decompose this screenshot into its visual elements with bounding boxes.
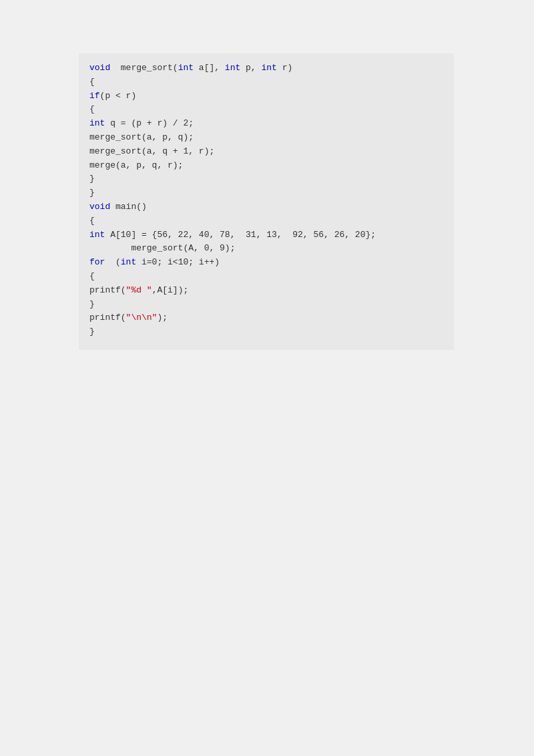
code-line: }: [89, 298, 443, 312]
code-line: void merge_sort(int a[], int p, int r): [89, 61, 443, 75]
code-line: }: [89, 172, 443, 186]
code-line: int q = (p + r) / 2;: [89, 117, 443, 131]
code-lines: void merge_sort(int a[], int p, int r){i…: [89, 61, 443, 339]
code-line: {: [89, 214, 443, 228]
code-line: for (int i=0; i<10; i++): [89, 256, 443, 270]
code-line: {: [89, 103, 443, 117]
code-line: merge_sort(a, q + 1, r);: [89, 145, 443, 159]
code-line: }: [89, 325, 443, 339]
code-block: void merge_sort(int a[], int p, int r){i…: [79, 53, 454, 350]
code-line: }: [89, 186, 443, 200]
code-line: merge_sort(A, 0, 9);: [89, 242, 443, 256]
code-line: int A[10] = {56, 22, 40, 78, 31, 13, 92,…: [89, 228, 443, 242]
code-line: merge_sort(a, p, q);: [89, 131, 443, 145]
code-line: {: [89, 270, 443, 284]
code-line: printf("%d ",A[i]);: [89, 284, 443, 298]
code-line: merge(a, p, q, r);: [89, 159, 443, 173]
code-line: void main(): [89, 200, 443, 214]
code-line: printf("\n\n");: [89, 311, 443, 325]
code-line: {: [89, 75, 443, 89]
code-line: if(p < r): [89, 89, 443, 104]
